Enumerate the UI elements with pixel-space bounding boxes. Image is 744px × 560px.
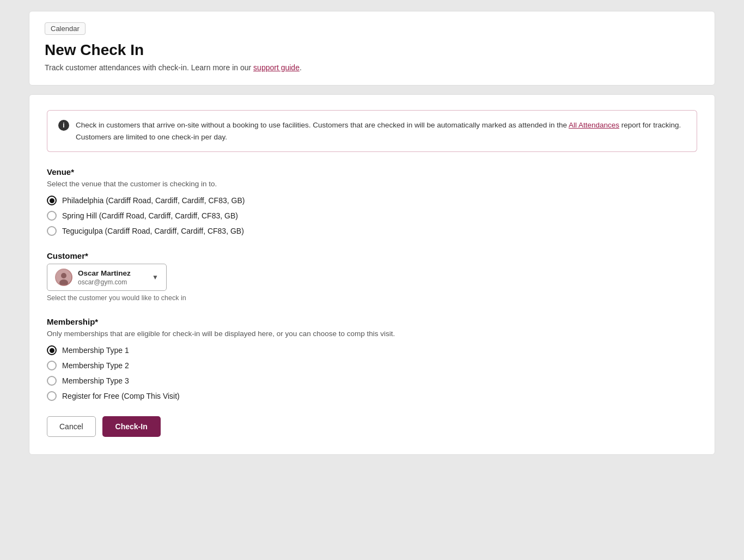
all-attendances-link[interactable]: All Attendances xyxy=(569,121,619,129)
venue-radio-1[interactable] xyxy=(47,196,57,205)
venue-option-1[interactable]: Philadelphia (Cardiff Road, Cardiff, Car… xyxy=(47,196,697,205)
info-icon: i xyxy=(58,120,69,131)
customer-info: Oscar Martinez oscar@gym.com xyxy=(78,269,147,286)
button-row: Cancel Check-In xyxy=(47,416,697,437)
breadcrumb-button[interactable]: Calendar xyxy=(45,22,86,35)
membership-section: Membership* Only memberships that are el… xyxy=(47,317,697,401)
membership-option-3[interactable]: Membership Type 3 xyxy=(47,376,697,386)
venue-option-3[interactable]: Tegucigulpa (Cardiff Road, Cardiff, Card… xyxy=(47,226,697,236)
checkin-button[interactable]: Check-In xyxy=(102,416,161,437)
support-guide-link[interactable]: support guide xyxy=(253,63,300,72)
customer-dropdown[interactable]: Oscar Martinez oscar@gym.com ▼ xyxy=(47,264,167,291)
page-title: New Check In xyxy=(45,41,699,59)
cancel-button[interactable]: Cancel xyxy=(47,416,96,437)
venue-label-3: Tegucigulpa (Cardiff Road, Cardiff, Card… xyxy=(62,227,244,235)
membership-label-2: Membership Type 2 xyxy=(62,361,129,370)
venue-section-desc: Select the venue that the customer is ch… xyxy=(47,180,697,188)
venue-label-1: Philadelphia (Cardiff Road, Cardiff, Car… xyxy=(62,196,245,205)
customer-section: Customer* Oscar Martinez oscar@gym.com ▼… xyxy=(47,251,697,302)
customer-name: Oscar Martinez xyxy=(78,269,147,278)
membership-option-1[interactable]: Membership Type 1 xyxy=(47,345,697,355)
membership-label-3: Membership Type 3 xyxy=(62,376,129,385)
venue-radio-group: Philadelphia (Cardiff Road, Cardiff, Car… xyxy=(47,196,697,236)
main-card: i Check in customers that arrive on-site… xyxy=(29,94,715,455)
info-text: Check in customers that arrive on-site w… xyxy=(76,119,686,143)
venue-radio-3[interactable] xyxy=(47,226,57,236)
membership-option-4[interactable]: Register for Free (Comp This Visit) xyxy=(47,391,697,401)
info-box: i Check in customers that arrive on-site… xyxy=(47,110,697,152)
venue-radio-2[interactable] xyxy=(47,211,57,221)
venue-section: Venue* Select the venue that the custome… xyxy=(47,167,697,236)
membership-radio-2[interactable] xyxy=(47,361,57,370)
membership-radio-1[interactable] xyxy=(47,345,57,355)
customer-section-title: Customer* xyxy=(47,251,697,260)
venue-section-title: Venue* xyxy=(47,167,697,176)
page-wrapper: Calendar New Check In Track customer att… xyxy=(29,11,715,455)
customer-avatar xyxy=(55,269,72,286)
membership-section-desc: Only memberships that are eligible for c… xyxy=(47,330,697,338)
membership-radio-4[interactable] xyxy=(47,391,57,401)
membership-label-1: Membership Type 1 xyxy=(62,346,129,355)
avatar-image xyxy=(56,270,71,285)
membership-label-4: Register for Free (Comp This Visit) xyxy=(62,392,180,400)
venue-label-2: Spring Hill (Cardiff Road, Cardiff, Card… xyxy=(62,211,238,220)
membership-option-2[interactable]: Membership Type 2 xyxy=(47,361,697,370)
customer-email: oscar@gym.com xyxy=(78,278,147,286)
chevron-down-icon: ▼ xyxy=(152,273,158,281)
page-subtitle: Track customer attendances with check-in… xyxy=(45,63,699,72)
membership-section-title: Membership* xyxy=(47,317,697,326)
customer-hint: Select the customer you would like to ch… xyxy=(47,294,697,302)
svg-point-1 xyxy=(61,273,66,278)
membership-radio-group: Membership Type 1 Membership Type 2 Memb… xyxy=(47,345,697,401)
header-card: Calendar New Check In Track customer att… xyxy=(29,11,715,86)
venue-option-2[interactable]: Spring Hill (Cardiff Road, Cardiff, Card… xyxy=(47,211,697,221)
membership-radio-3[interactable] xyxy=(47,376,57,386)
